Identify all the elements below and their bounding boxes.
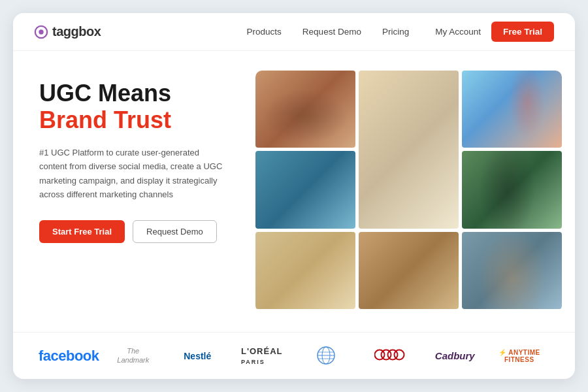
logo-icon [34,25,48,39]
brand-loreal: L'ORÉALPARIS [230,346,295,366]
brand-un [294,346,359,366]
image-grid-container [249,51,575,332]
grid-image-6 [255,232,355,309]
brand-loreal-label: L'ORÉALPARIS [241,346,283,366]
svg-point-1 [39,29,43,34]
hero-title-line1: UGC Means [39,80,228,106]
hero-title-line2: Brand Trust [39,106,228,133]
grid-image-2 [359,71,459,229]
main-content: UGC Means Brand Trust #1 UGC Platform to… [13,51,575,332]
svg-point-10 [394,350,404,360]
hero-actions: Start Free Trial Request Demo [39,220,228,243]
brand-anytime-label: ⚡ ANYTIMEFITNESS [498,349,540,363]
start-free-trial-button[interactable]: Start Free Trial [39,220,125,243]
brand-facebook-label: facebook [39,348,99,365]
brand-anytime: ⚡ ANYTIMEFITNESS [487,349,552,363]
brands-bar: facebook TheLandmark Nestlé L'ORÉALPARIS [13,332,575,379]
logo-text: taggbox [52,24,101,39]
brand-audi-label [374,348,407,363]
free-trial-button[interactable]: Free Trial [491,22,554,42]
main-card: taggbox Products Request Demo Pricing My… [13,13,575,379]
grid-image-4 [255,151,355,228]
brand-cadbury: Cadbury [423,350,487,361]
brand-landmark: TheLandmark [101,347,166,364]
logo[interactable]: taggbox [34,24,101,39]
hero-section: UGC Means Brand Trust #1 UGC Platform to… [13,51,249,332]
nav-link-products[interactable]: Products [247,27,282,37]
brand-un-label [317,346,335,366]
grid-image-1 [255,71,355,148]
grid-image-8 [462,232,562,309]
brand-nestle-label: Nestlé [184,351,211,361]
grid-image-5 [462,151,562,228]
brand-facebook: facebook [37,348,101,365]
grid-image-7 [359,232,459,309]
image-grid [255,71,562,312]
brand-cadbury-label: Cadbury [435,350,475,361]
nav-link-pricing[interactable]: Pricing [382,27,409,37]
brand-audi [359,348,423,363]
navbar: taggbox Products Request Demo Pricing My… [13,13,575,51]
my-account-link[interactable]: My Account [435,27,481,37]
hero-description: #1 UGC Platform to curate user-generated… [39,146,228,202]
grid-image-3 [462,71,562,148]
brand-landmark-label: TheLandmark [117,347,149,364]
brand-nestle: Nestlé [165,351,230,361]
nav-links: Products Request Demo Pricing [247,27,410,37]
request-demo-button[interactable]: Request Demo [133,220,217,243]
nav-link-request-demo[interactable]: Request Demo [302,27,361,37]
